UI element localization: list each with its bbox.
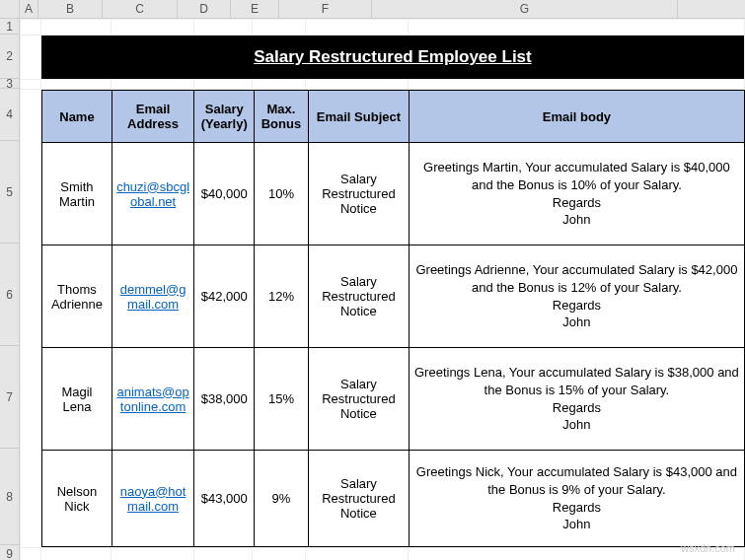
cell-subject[interactable]: Salary Restructured Notice [308,451,410,547]
col-header-c[interactable]: C [103,0,178,18]
col-header-a[interactable]: A [20,0,38,18]
cell-bonus[interactable]: 10% [255,143,308,245]
page-title: Salary Restructured Employee List [40,35,744,80]
cell-bonus[interactable]: 9% [255,451,308,547]
watermark: wsxdn.com [681,542,735,554]
table-row: Thoms Adrienne demmel@gmail.com $42,000 … [41,245,744,348]
cell-email[interactable]: demmel@gmail.com [112,245,194,348]
email-link[interactable]: naoya@hotmail.com [120,484,186,514]
column-header-row: A B C D E F G [0,0,745,19]
grid-row[interactable] [21,80,745,90]
cell-salary[interactable]: $42,000 [194,245,255,348]
th-body[interactable]: Email body [410,91,744,143]
cell-name[interactable]: Nelson Nick [41,451,112,547]
col-header-e[interactable]: E [231,0,279,18]
cell-salary[interactable]: $43,000 [194,451,255,547]
email-link[interactable]: demmel@gmail.com [120,282,186,312]
row-header-6[interactable]: 6 [0,244,19,346]
cell-email[interactable]: animats@optonline.com [112,348,194,451]
table-row: Smith Martin chuzi@sbcglobal.net $40,000… [41,143,744,245]
col-header-f[interactable]: F [279,0,372,18]
row-header-9[interactable]: 9 [0,545,19,560]
cell-salary[interactable]: $38,000 [194,348,255,451]
email-link[interactable]: chuzi@sbcglobal.net [116,179,189,209]
col-header-b[interactable]: B [38,0,103,18]
sheet-body: Salary Restructured Employee List Name E… [20,19,745,560]
col-header-d[interactable]: D [178,0,231,18]
spreadsheet: A B C D E F G 1 2 3 4 5 6 7 8 9 Salary R… [0,0,745,560]
row-header-2[interactable]: 2 [0,35,19,79]
th-name[interactable]: Name [41,91,112,143]
cell-bonus[interactable]: 12% [255,245,308,348]
th-subject[interactable]: Email Subject [308,91,410,143]
email-link[interactable]: animats@optonline.com [116,385,188,414]
grid-row[interactable]: Name Email Address Salary (Yearly) Max. … [21,90,745,548]
cell-subject[interactable]: Salary Restructured Notice [308,143,410,245]
row-header-5[interactable]: 5 [0,141,19,244]
cell-subject[interactable]: Salary Restructured Notice [308,348,410,451]
cell-email[interactable]: chuzi@sbcglobal.net [112,143,194,245]
cell-salary[interactable]: $40,000 [194,143,255,245]
cell-bonus[interactable]: 15% [255,348,308,451]
row-header-4[interactable]: 4 [0,89,19,141]
table-row: Magil Lena animats@optonline.com $38,000… [41,348,744,451]
grid-row[interactable] [21,20,745,35]
col-header-g[interactable]: G [372,0,678,18]
cell-body[interactable]: Greetings Lena, Your accumulated Salary … [410,348,744,451]
cell-body[interactable]: Greetings Martin, Your accumulated Salar… [410,143,744,245]
employee-table: Name Email Address Salary (Yearly) Max. … [41,90,745,547]
th-salary[interactable]: Salary (Yearly) [194,91,255,143]
row-header-8[interactable]: 8 [0,449,19,545]
row-header-3[interactable]: 3 [0,79,19,89]
cell-email[interactable]: naoya@hotmail.com [112,451,194,547]
table-header-row: Name Email Address Salary (Yearly) Max. … [41,91,744,143]
grid-row[interactable]: Salary Restructured Employee List [21,35,745,80]
cell-subject[interactable]: Salary Restructured Notice [308,245,410,348]
cell-body[interactable]: Greetings Nick, Your accumulated Salary … [410,451,744,547]
cell-name[interactable]: Magil Lena [41,348,112,451]
th-bonus[interactable]: Max. Bonus [255,91,308,143]
row-header-1[interactable]: 1 [0,19,19,35]
row-header-7[interactable]: 7 [0,346,19,449]
cell-name[interactable]: Smith Martin [41,143,112,245]
cell-body[interactable]: Greetings Adrienne, Your accumulated Sal… [410,245,744,348]
table-row: Nelson Nick naoya@hotmail.com $43,000 9%… [41,451,744,547]
grid-row[interactable] [21,548,745,561]
th-email[interactable]: Email Address [112,91,194,143]
row-header-col: 1 2 3 4 5 6 7 8 9 [0,19,20,560]
cell-name[interactable]: Thoms Adrienne [41,245,112,348]
select-all-corner[interactable] [0,0,20,18]
